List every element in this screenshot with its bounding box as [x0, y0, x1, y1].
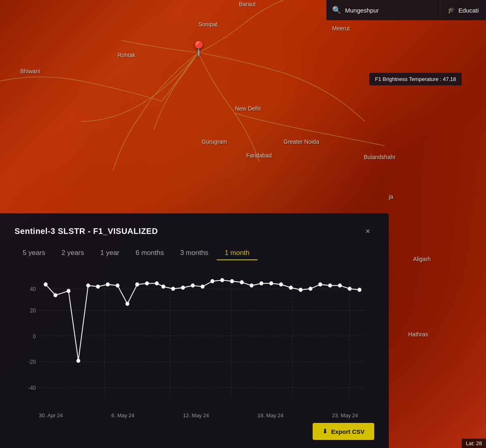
search-icon: 🔍 — [332, 6, 341, 15]
svg-text:-20: -20 — [28, 359, 36, 365]
svg-point-36 — [250, 284, 253, 287]
time-tab-6-months[interactable]: 6 months — [128, 246, 172, 260]
chart-panel: Sentinel-3 SLSTR - F1_VISUALIZED × 5 yea… — [0, 213, 389, 448]
time-tab-2-years[interactable]: 2 years — [53, 246, 92, 260]
svg-point-16 — [54, 293, 57, 297]
time-tab-5-years[interactable]: 5 years — [15, 246, 53, 260]
svg-text:-40: -40 — [28, 385, 36, 391]
time-tab-1-month[interactable]: 1 month — [217, 246, 258, 260]
svg-point-30 — [191, 284, 194, 287]
svg-point-27 — [162, 285, 165, 289]
svg-point-24 — [136, 283, 139, 287]
svg-point-31 — [201, 285, 204, 289]
chart-dots — [44, 278, 361, 363]
svg-point-45 — [338, 284, 341, 287]
education-icon: 🎓 — [448, 6, 455, 14]
svg-point-29 — [181, 286, 185, 290]
svg-point-44 — [328, 284, 332, 287]
time-tab-1-year[interactable]: 1 year — [92, 246, 128, 260]
svg-point-17 — [67, 289, 70, 293]
lat-display: Lat: 28 — [462, 439, 486, 448]
svg-point-32 — [211, 280, 214, 283]
education-label: Educati — [458, 7, 479, 14]
x-axis-labels: 30. Apr 24 6. May 24 12. May 24 18. May … — [15, 409, 374, 418]
svg-point-21 — [106, 283, 109, 287]
map-pin[interactable]: 📍 — [190, 40, 208, 57]
x-label-5: 23. May 24 — [332, 412, 358, 418]
export-icon: ⬇ — [322, 428, 328, 435]
search-input[interactable] — [345, 7, 418, 14]
svg-point-42 — [309, 287, 312, 291]
svg-point-40 — [289, 286, 292, 290]
svg-point-41 — [299, 288, 302, 292]
panel-title: Sentinel-3 SLSTR - F1_VISUALIZED — [15, 227, 158, 236]
top-bar: 🔍 🎓 Educati — [326, 0, 486, 20]
svg-point-20 — [96, 285, 100, 289]
svg-point-25 — [145, 282, 149, 285]
svg-point-23 — [126, 302, 129, 306]
svg-point-15 — [44, 283, 47, 287]
svg-point-37 — [260, 282, 263, 285]
search-box: 🔍 — [326, 0, 440, 20]
brightness-tooltip: F1 Brightness Temperature : 47.18 — [369, 73, 462, 85]
svg-point-38 — [270, 282, 273, 285]
chart-line — [46, 280, 360, 361]
svg-text:0: 0 — [33, 333, 36, 339]
close-button[interactable]: × — [361, 225, 374, 238]
svg-point-18 — [77, 359, 80, 363]
svg-point-19 — [87, 284, 90, 287]
chart-container: 40 20 0 -20 -40 — [15, 272, 374, 409]
svg-point-39 — [279, 283, 283, 287]
time-tab-3-months[interactable]: 3 months — [172, 246, 217, 260]
panel-header: Sentinel-3 SLSTR - F1_VISUALIZED × — [15, 225, 374, 238]
education-button[interactable]: 🎓 Educati — [440, 0, 486, 20]
svg-point-33 — [221, 278, 224, 282]
svg-point-46 — [348, 287, 351, 291]
svg-text:20: 20 — [30, 308, 36, 314]
export-csv-button[interactable]: ⬇ Export CSV — [313, 423, 374, 440]
x-label-4: 18. May 24 — [258, 412, 284, 418]
svg-point-28 — [171, 287, 175, 291]
svg-text:40: 40 — [30, 286, 36, 292]
svg-point-34 — [230, 280, 234, 283]
chart-svg: 40 20 0 -20 -40 — [15, 272, 374, 409]
svg-point-35 — [240, 280, 243, 284]
svg-point-47 — [358, 288, 361, 292]
x-label-3: 12. May 24 — [183, 412, 209, 418]
svg-point-22 — [116, 284, 119, 287]
svg-point-43 — [319, 283, 322, 287]
svg-point-26 — [155, 282, 158, 285]
export-label: Export CSV — [331, 428, 364, 435]
time-tabs: 5 years2 years1 year6 months3 months1 mo… — [15, 246, 374, 260]
x-label-1: 30. Apr 24 — [39, 412, 63, 418]
x-label-2: 6. May 24 — [111, 412, 134, 418]
